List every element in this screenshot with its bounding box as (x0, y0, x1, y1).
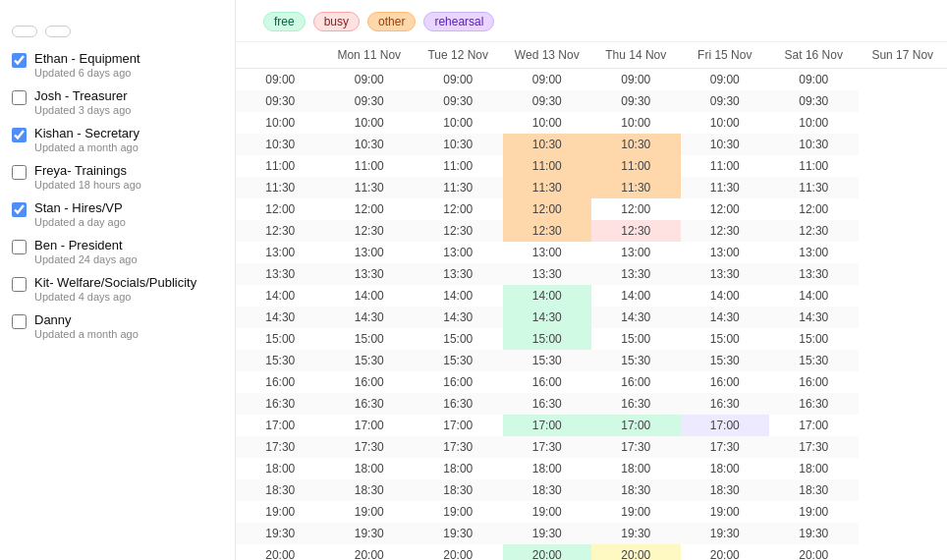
role-checkbox-ethan[interactable] (12, 53, 27, 68)
schedule-body: 09:0009:0009:0009:0009:0009:0009:0009:30… (236, 69, 947, 561)
schedule-row: 09:3009:3009:3009:3009:3009:3009:30 (236, 90, 947, 112)
role-checkbox-ben[interactable] (12, 240, 27, 254)
schedule-cell: 16:00 (769, 371, 859, 393)
role-info-freya: Freya- Trainings Updated 18 hours ago (34, 163, 141, 191)
schedule-row: 11:3011:3011:3011:3011:3011:3011:30 (236, 177, 947, 198)
clear-selection-button[interactable] (45, 26, 71, 37)
schedule-cell: 13:30 (591, 263, 681, 285)
schedule-cell: 16:00 (325, 371, 415, 393)
select-all-button[interactable] (12, 26, 37, 37)
schedule-cell: 12:00 (591, 198, 681, 220)
schedule-table-wrapper: Mon 11 NovTue 12 NovWed 13 NovThu 14 Nov… (236, 42, 947, 560)
role-info-josh: Josh - Treasurer Updated 3 days ago (34, 88, 131, 116)
key-bar: free busy other rehearsal (236, 0, 947, 42)
schedule-cell: 15:30 (681, 350, 770, 371)
schedule-cell: 10:00 (769, 112, 859, 134)
role-info-ben: Ben - President Updated 24 days ago (34, 238, 138, 265)
schedule-cell: 17:30 (591, 436, 681, 458)
schedule-cell: 10:00 (236, 112, 325, 134)
schedule-cell: 14:00 (769, 285, 859, 307)
role-updated-freya: Updated 18 hours ago (34, 179, 141, 191)
roles-list: Ethan - Equipment Updated 6 days ago Jos… (12, 51, 223, 340)
col-header-5: Sat 16 Nov (769, 42, 859, 69)
schedule-cell: 20:00 (769, 544, 859, 561)
schedule-cell: 19:00 (236, 501, 325, 523)
schedule-cell: 16:00 (414, 371, 503, 393)
role-name-ben: Ben - President (34, 238, 138, 252)
role-item-stan: Stan - Hires/VP Updated a day ago (12, 200, 223, 228)
schedule-cell: 14:30 (325, 307, 415, 328)
schedule-cell: 13:00 (681, 242, 770, 263)
schedule-row: 12:3012:3012:3012:3012:3012:3012:30 (236, 220, 947, 242)
schedule-cell: 09:30 (769, 90, 859, 112)
schedule-cell: 09:30 (325, 90, 415, 112)
schedule-cell: 09:00 (681, 69, 770, 90)
key-free: free (263, 12, 306, 31)
schedule-cell: 14:00 (681, 285, 770, 307)
role-item-ben: Ben - President Updated 24 days ago (12, 238, 223, 265)
schedule-cell: 20:00 (325, 544, 415, 561)
schedule-cell: 16:30 (681, 393, 770, 415)
schedule-cell: 11:00 (591, 155, 681, 177)
role-updated-josh: Updated 3 days ago (34, 104, 131, 116)
role-name-josh: Josh - Treasurer (34, 88, 131, 103)
schedule-cell: 18:00 (325, 458, 415, 479)
role-updated-ethan: Updated 6 days ago (34, 67, 140, 79)
col-header-3: Thu 14 Nov (591, 42, 681, 69)
schedule-cell: 18:00 (769, 458, 859, 479)
sidebar: Ethan - Equipment Updated 6 days ago Jos… (0, 0, 236, 560)
schedule-cell: 12:00 (503, 198, 592, 220)
schedule-cell: 20:00 (681, 544, 770, 561)
schedule-cell: 13:30 (769, 263, 859, 285)
schedule-cell: 10:30 (414, 134, 503, 155)
schedule-cell: 09:00 (591, 69, 681, 90)
schedule-cell: 12:30 (681, 220, 770, 242)
schedule-cell: 14:30 (414, 307, 503, 328)
schedule-cell: 19:30 (325, 523, 415, 544)
schedule-cell: 17:00 (414, 415, 503, 436)
col-header-1: Tue 12 Nov (414, 42, 503, 69)
schedule-cell: 19:00 (591, 501, 681, 523)
role-checkbox-kit[interactable] (12, 277, 27, 292)
schedule-cell: 11:30 (414, 177, 503, 198)
schedule-cell: 13:00 (503, 242, 592, 263)
schedule-row: 16:0016:0016:0016:0016:0016:0016:00 (236, 371, 947, 393)
schedule-cell: 12:30 (769, 220, 859, 242)
schedule-header-row: Mon 11 NovTue 12 NovWed 13 NovThu 14 Nov… (236, 42, 947, 69)
schedule-cell: 11:30 (503, 177, 592, 198)
role-checkbox-freya[interactable] (12, 165, 27, 180)
role-name-freya: Freya- Trainings (34, 163, 141, 178)
action-buttons (12, 26, 223, 37)
schedule-cell: 09:00 (503, 69, 592, 90)
schedule-cell: 10:30 (503, 134, 592, 155)
schedule-cell: 18:00 (503, 458, 592, 479)
role-updated-danny: Updated a month ago (34, 328, 139, 340)
schedule-cell: 11:00 (325, 155, 415, 177)
schedule-cell: 19:00 (681, 501, 770, 523)
role-checkbox-josh[interactable] (12, 90, 27, 105)
schedule-cell: 19:30 (591, 523, 681, 544)
role-item-ethan: Ethan - Equipment Updated 6 days ago (12, 51, 223, 79)
schedule-cell: 12:30 (414, 220, 503, 242)
schedule-row: 09:0009:0009:0009:0009:0009:0009:00 (236, 69, 947, 90)
schedule-cell: 11:00 (414, 155, 503, 177)
schedule-cell: 19:00 (503, 501, 592, 523)
schedule-cell: 14:00 (236, 285, 325, 307)
schedule-cell: 10:00 (325, 112, 415, 134)
schedule-cell: 16:00 (503, 371, 592, 393)
schedule-cell: 17:00 (236, 415, 325, 436)
schedule-cell: 12:30 (236, 220, 325, 242)
role-checkbox-stan[interactable] (12, 202, 27, 217)
schedule-cell: 15:00 (681, 328, 770, 350)
role-checkbox-danny[interactable] (12, 314, 27, 329)
schedule-cell: 16:00 (591, 371, 681, 393)
role-checkbox-kishan[interactable] (12, 128, 27, 142)
schedule-row: 18:0018:0018:0018:0018:0018:0018:00 (236, 458, 947, 479)
role-item-freya: Freya- Trainings Updated 18 hours ago (12, 163, 223, 191)
role-info-kit: Kit- Welfare/Socials/Publicity Updated 4… (34, 275, 196, 303)
schedule-cell: 15:30 (769, 350, 859, 371)
schedule-cell: 11:00 (236, 155, 325, 177)
role-info-ethan: Ethan - Equipment Updated 6 days ago (34, 51, 140, 79)
schedule-cell: 18:30 (236, 479, 325, 501)
role-info-kishan: Kishan - Secretary Updated a month ago (34, 126, 139, 153)
